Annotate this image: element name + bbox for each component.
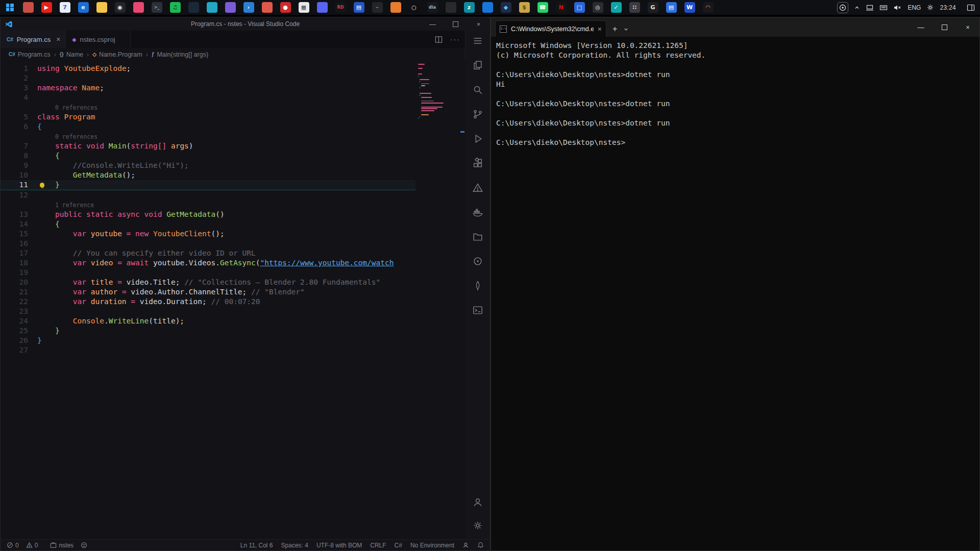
screen-record-icon[interactable] [837, 2, 848, 13]
line-number[interactable]: 22 [1, 297, 37, 307]
taskbar-app-app-dia[interactable]: dia [426, 1, 439, 14]
code-line-17[interactable]: 17 // You can specify either video ID or… [1, 248, 465, 258]
clock[interactable]: 23:24 [940, 4, 956, 11]
taskbar-app-app-black-ring[interactable]: ○ [407, 1, 421, 14]
taskbar-app-app-pink[interactable] [132, 1, 145, 14]
code-line-15[interactable]: 15 var youtube = new YoutubeClient(); [1, 229, 465, 239]
notification-center-icon[interactable] [967, 4, 975, 11]
breadcrumb-item[interactable]: ◇Name.Program [92, 51, 142, 58]
taskbar-app-app-gold[interactable]: $ [518, 1, 531, 14]
code-editor[interactable]: 1using YoutubeExplode;23namespace Name;4… [1, 61, 465, 539]
run-debug-icon[interactable] [470, 131, 485, 146]
code-line-9[interactable]: 9 //Console.WriteLine("Hi"); [1, 161, 465, 170]
breadcrumb-item[interactable]: {}Name [60, 51, 83, 58]
line-number[interactable]: 25 [1, 326, 37, 336]
more-actions-icon[interactable]: ··· [450, 35, 460, 43]
taskbar-app-vscode[interactable]: › [242, 1, 255, 14]
taskbar-app-app-purple[interactable] [224, 1, 237, 14]
line-number[interactable]: 26 [1, 336, 37, 345]
taskbar-app-word[interactable]: W [683, 1, 696, 14]
tab-close-icon[interactable]: × [598, 25, 602, 33]
vscode-titlebar[interactable]: Program.cs - nstes - Visual Studio Code … [1, 17, 490, 31]
minimize-button[interactable]: — [421, 17, 444, 31]
lightbulb-icon[interactable] [40, 183, 44, 187]
new-tab-button[interactable]: + [612, 25, 617, 33]
encoding[interactable]: UTF-8 with BOM [316, 542, 362, 549]
code-line-2[interactable]: 2 [1, 73, 465, 83]
taskbar-app-app-orange[interactable] [389, 1, 402, 14]
code-line-24[interactable]: 24 Console.WriteLine(title); [1, 316, 465, 326]
code-line-25[interactable]: 25 } [1, 326, 465, 336]
codelens[interactable]: 0 references [1, 103, 465, 112]
extensions-icon[interactable] [470, 156, 485, 171]
code-line-14[interactable]: 14 { [1, 219, 465, 229]
code-line-23[interactable]: 23 [1, 307, 465, 316]
line-number[interactable]: 23 [1, 307, 37, 316]
code-line-11[interactable]: 11 } [1, 180, 465, 190]
line-number[interactable]: 14 [1, 219, 37, 229]
docker-icon[interactable] [470, 205, 485, 220]
line-number[interactable]: 11 [1, 180, 37, 190]
remote-explorer-folder-icon[interactable] [470, 229, 485, 244]
line-number[interactable]: 6 [1, 122, 37, 132]
hidden-icons-chevron-icon[interactable] [854, 5, 860, 11]
taskbar-app-app-red-white[interactable] [21, 1, 35, 14]
taskbar-app-app-blue-tiles[interactable]: ▤ [352, 1, 365, 14]
warnings-indicator[interactable]: 0 [26, 542, 38, 549]
line-number[interactable]: 15 [1, 229, 37, 239]
taskbar-app-app-rd[interactable]: RD [334, 1, 347, 14]
language-indicator[interactable]: ENG [908, 4, 921, 11]
terminal-panel-icon[interactable] [470, 303, 485, 318]
taskbar-app-app-dark-pill[interactable]: – [371, 1, 384, 14]
line-number[interactable]: 24 [1, 316, 37, 326]
explorer-icon[interactable] [470, 58, 485, 73]
maximize-button[interactable] [444, 17, 467, 31]
cursor-position[interactable]: Ln 11, Col 6 [240, 542, 273, 549]
taskbar-app-firefox[interactable]: ◠ [701, 1, 715, 14]
circle-tool-icon[interactable] [470, 254, 485, 269]
terminal-tab-cmd[interactable]: C:\ C:\Windows\System32\cmd.e × [495, 20, 606, 37]
line-number[interactable]: 4 [1, 93, 37, 103]
code-line-6[interactable]: 6{ [1, 122, 465, 132]
breadcrumb[interactable]: C#Program.cs›{}Name›◇Name.Program›ƒMain(… [1, 48, 465, 61]
taskbar-app-app-blue-doc[interactable]: ▤ [665, 1, 678, 14]
account-icon[interactable] [470, 494, 485, 510]
mongodb-leaf-icon[interactable] [470, 278, 485, 293]
taskbar-app-app-red-dot[interactable]: ● [279, 1, 292, 14]
tray-keyboard-icon[interactable] [879, 4, 888, 11]
taskbar-app-file-explorer[interactable] [95, 1, 108, 14]
environment-indicator[interactable]: No Environment [410, 542, 454, 549]
taskbar-app-app-dots[interactable]: ∷ [628, 1, 641, 14]
errors-indicator[interactable]: 0 [7, 542, 19, 549]
code-line-4[interactable]: 4 [1, 93, 465, 103]
line-number[interactable]: 18 [1, 258, 37, 268]
maximize-button[interactable] [933, 17, 956, 37]
minimize-button[interactable]: — [909, 17, 933, 37]
line-number[interactable]: 16 [1, 239, 37, 248]
code-line-8[interactable]: 8 { [1, 151, 465, 161]
codelens[interactable]: 1 reference [1, 200, 465, 210]
indentation[interactable]: Spaces: 4 [281, 542, 308, 549]
remote-person-icon[interactable] [462, 542, 469, 548]
project-indicator[interactable]: nstes [50, 542, 74, 549]
tray-laptop-icon[interactable] [866, 4, 874, 11]
taskbar-app-calendar[interactable]: 7 [58, 1, 71, 14]
problems-warning-icon[interactable] [470, 180, 485, 195]
feedback-smiley-icon[interactable] [81, 542, 87, 548]
taskbar-app-netflix[interactable]: N [554, 1, 568, 14]
breadcrumb-item[interactable]: C#Program.cs [9, 51, 51, 58]
line-number[interactable]: 9 [1, 161, 37, 170]
line-number[interactable]: 2 [1, 73, 37, 83]
code-line-22[interactable]: 22 var duration = video.Duration; // 00:… [1, 297, 465, 307]
line-number[interactable]: 7 [1, 141, 37, 151]
close-button[interactable]: × [467, 17, 490, 31]
line-number[interactable]: 19 [1, 268, 37, 278]
taskbar-app-whatsapp[interactable]: ☎ [536, 1, 549, 14]
taskbar-app-app-orange-red[interactable] [260, 1, 274, 14]
code-line-7[interactable]: 7 static void Main(string[] args) [1, 141, 465, 151]
editor-tab-nstes.csproj[interactable]: ◈nstes.csproj× [66, 31, 130, 48]
code-line-10[interactable]: 10 GetMetadata(); [1, 170, 465, 180]
taskbar-app-edge[interactable]: e [77, 1, 90, 14]
line-number[interactable]: 5 [1, 112, 37, 122]
taskbar-app-app-teal-bolt[interactable]: z [462, 1, 476, 14]
